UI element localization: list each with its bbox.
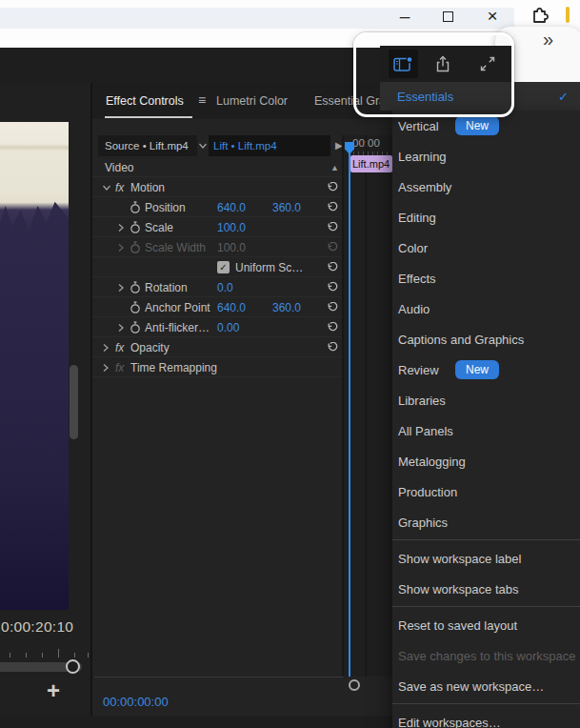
menu-separator — [392, 606, 580, 607]
row-label: Time Remapping — [130, 357, 217, 377]
row-label: Anti-flicker… — [145, 317, 210, 337]
effect-controls-timecode[interactable]: 00:00:00:00 — [103, 695, 169, 709]
menu-item-all-panels[interactable]: All Panels — [392, 415, 580, 446]
check-icon: ✓ — [219, 262, 227, 273]
share-icon — [433, 54, 452, 73]
fx-icon: fx — [115, 177, 124, 197]
share-export-button[interactable] — [433, 54, 452, 73]
menu-item-assembly[interactable]: Assembly — [392, 172, 580, 202]
row-label: Anchor Point — [145, 297, 210, 317]
effect-controls-mini-timeline[interactable]: 00:00 — [344, 135, 392, 677]
stopwatch-icon[interactable] — [130, 197, 141, 217]
horizontal-scroll-handle[interactable] — [349, 679, 360, 691]
twirl-closed-icon[interactable] — [117, 217, 125, 237]
menu-item-metalogging[interactable]: Metalogging — [392, 446, 580, 476]
value-x[interactable]: 640.0 — [217, 297, 246, 317]
menu-separator — [392, 539, 580, 540]
monitor-scrollbar-thumb[interactable] — [70, 365, 78, 439]
twirl-closed-icon[interactable] — [117, 237, 125, 257]
menu-item-learning[interactable]: Learning — [392, 141, 580, 172]
reset-icon[interactable] — [326, 177, 338, 197]
menu-item-libraries[interactable]: Libraries — [392, 385, 580, 415]
program-monitor-panel: 0:00:20:10 + — [0, 83, 90, 716]
menu-item-edit-workspaces[interactable]: Edit workspaces… — [392, 707, 580, 728]
reset-icon[interactable] — [326, 257, 338, 277]
stopwatch-icon[interactable] — [130, 297, 141, 317]
uniform-scale-checkbox[interactable]: ✓ — [217, 257, 230, 277]
reset-icon[interactable] — [326, 297, 338, 317]
menu-item-effects[interactable]: Effects — [392, 263, 580, 293]
menu-item-review[interactable]: Review New — [392, 354, 580, 385]
menu-item-captions-and-graphics[interactable]: Captions and Graphics — [392, 324, 580, 354]
value[interactable]: 0.0 — [217, 277, 233, 297]
row-uniform-scale: ✓ Uniform Sc… — [92, 257, 342, 277]
value-y[interactable]: 360.0 — [272, 197, 301, 217]
row-label: Opacity — [130, 337, 170, 357]
row-position: Position 640.0 360.0 — [92, 197, 342, 217]
reset-icon[interactable] — [326, 277, 338, 297]
menu-item-show-workspace-tabs[interactable]: Show workspace tabs — [392, 574, 580, 604]
tab-lumetri-color[interactable]: Lumetri Color — [216, 94, 288, 108]
menu-item-audio[interactable]: Audio — [392, 293, 580, 324]
reset-icon[interactable] — [326, 317, 338, 337]
value-y[interactable]: 360.0 — [272, 297, 301, 317]
twirl-closed-icon[interactable] — [102, 337, 110, 357]
stopwatch-icon[interactable] — [130, 317, 141, 337]
title-bar: – × — [0, 0, 580, 48]
reset-icon[interactable] — [326, 217, 338, 237]
twirl-closed-icon[interactable] — [117, 277, 125, 297]
value[interactable]: 100.0 — [217, 217, 246, 237]
stopwatch-icon[interactable] — [130, 217, 141, 237]
row-label: Scale Width — [145, 237, 206, 257]
value[interactable]: 0.00 — [217, 317, 239, 337]
value-x[interactable]: 640.0 — [217, 197, 246, 217]
chevron-down-icon[interactable] — [198, 142, 208, 150]
menu-item-show-workspace-label[interactable]: Show workspace label — [392, 543, 580, 574]
fx-icon: fx — [115, 337, 124, 357]
source-clip-selector[interactable]: Source • Lift.mp4 — [98, 135, 197, 156]
extensions-puzzle-icon[interactable] — [527, 3, 551, 28]
twirl-open-icon[interactable] — [102, 177, 111, 197]
fullscreen-button[interactable] — [478, 54, 497, 73]
collapse-icon[interactable]: ▲ — [330, 157, 339, 177]
row-label: Motion — [130, 177, 165, 197]
menu-item-reset-to-saved-layout[interactable]: Reset to saved layout — [392, 610, 580, 640]
twirl-closed-icon[interactable] — [102, 357, 110, 377]
twirl-closed-icon[interactable] — [117, 317, 125, 337]
menu-item-color[interactable]: Color — [392, 233, 580, 263]
reset-icon[interactable] — [326, 197, 338, 217]
check-icon: ✓ — [558, 90, 569, 104]
yellow-accent-bar — [566, 7, 570, 23]
add-button[interactable]: + — [47, 677, 60, 704]
timeline-clip-selector[interactable]: Lift • Lift.mp4 — [209, 135, 330, 156]
ruler-tick — [26, 653, 27, 657]
header-icons-toolbar — [380, 46, 514, 82]
menu-item-graphics[interactable]: Graphics — [392, 507, 580, 537]
workspace-menu: Vertical New Learning Assembly Editing C… — [392, 111, 580, 728]
row-video: Video ▲ — [92, 157, 342, 177]
menu-item-save-as-new-workspace[interactable]: Save as new workspace… — [392, 671, 580, 701]
row-rotation: Rotation 0.0 — [92, 277, 342, 297]
workspace-switcher-button[interactable] — [389, 50, 418, 78]
monitor-scrub-handle[interactable] — [66, 659, 80, 674]
row-anchor-point: Anchor Point 640.0 360.0 — [92, 297, 342, 317]
menu-item-editing[interactable]: Editing — [392, 202, 580, 233]
timeline-clip-lift-mp4[interactable]: Lift.mp4 — [350, 155, 392, 172]
panel-menu-icon[interactable]: ≡ — [198, 92, 206, 108]
monitor-timecode[interactable]: 0:00:20:10 — [1, 618, 73, 636]
playhead-line[interactable] — [349, 145, 350, 677]
minimize-button[interactable]: – — [390, 4, 419, 29]
row-label: Scale — [145, 217, 173, 237]
menu-item-essentials[interactable]: Essentials ✓ — [380, 82, 580, 111]
overflow-chevron-icon[interactable]: » — [543, 29, 553, 51]
reset-icon[interactable] — [326, 337, 338, 357]
effect-controls-panel: Effect Controls ≡ Lumetri Color Essentia… — [92, 83, 392, 716]
tab-effect-controls[interactable]: Effect Controls — [106, 94, 184, 108]
menu-item-vertical[interactable]: Vertical New — [392, 111, 580, 141]
ruler-tick — [74, 653, 75, 657]
close-button[interactable]: × — [478, 4, 507, 29]
maximize-button[interactable] — [433, 4, 462, 29]
stopwatch-icon[interactable] — [130, 277, 141, 297]
effect-properties-list: Video ▲ fx Motion Position 640.0 360.0 — [92, 157, 342, 377]
menu-item-production[interactable]: Production — [392, 476, 580, 507]
